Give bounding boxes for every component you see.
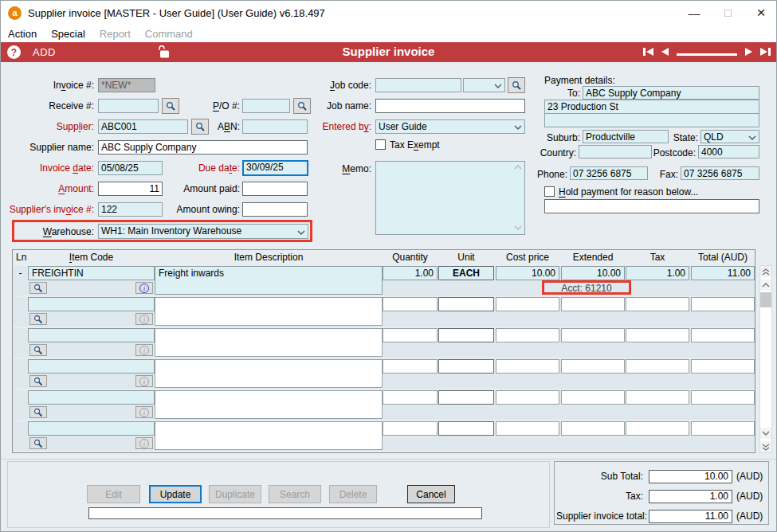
- ext-cell[interactable]: [561, 421, 625, 436]
- ext-cell[interactable]: [561, 328, 625, 342]
- tax-cell[interactable]: [626, 359, 689, 374]
- qty-cell[interactable]: [383, 421, 438, 436]
- item-search-button[interactable]: [29, 344, 47, 356]
- receive-no-field[interactable]: [98, 99, 159, 113]
- menu-special[interactable]: Special: [51, 28, 85, 40]
- cost-cell[interactable]: [496, 359, 559, 374]
- total-cell[interactable]: [691, 421, 755, 436]
- ext-cell[interactable]: [561, 390, 625, 405]
- item-description-cell[interactable]: [155, 297, 383, 326]
- last-record-icon[interactable]: [759, 47, 771, 57]
- unit-cell[interactable]: [438, 359, 494, 374]
- qty-cell[interactable]: [383, 297, 438, 311]
- item-info-button[interactable]: i: [135, 282, 153, 294]
- qty-cell[interactable]: 1.00: [383, 266, 438, 280]
- pay-address1-field[interactable]: 23 Production St: [544, 100, 759, 114]
- item-code-cell[interactable]: FREIGHTIN: [28, 266, 155, 280]
- cost-cell[interactable]: [496, 297, 559, 311]
- receive-no-search-button[interactable]: [162, 98, 179, 114]
- hold-reason-field[interactable]: [544, 199, 759, 213]
- item-description-cell[interactable]: [155, 421, 383, 450]
- menu-action[interactable]: Action: [8, 28, 37, 40]
- item-code-cell[interactable]: [28, 328, 155, 342]
- item-search-button[interactable]: [29, 437, 47, 449]
- cost-cell[interactable]: [496, 328, 559, 342]
- total-cell[interactable]: [691, 328, 755, 342]
- phone-field[interactable]: 07 3256 6875: [570, 166, 648, 180]
- cost-cell[interactable]: 10.00: [496, 266, 559, 280]
- ext-cell[interactable]: [561, 359, 625, 374]
- item-search-button[interactable]: [29, 313, 47, 325]
- record-slider[interactable]: [677, 53, 737, 56]
- minimize-button[interactable]: —: [681, 1, 708, 25]
- tax-cell[interactable]: [626, 390, 689, 405]
- item-search-button[interactable]: [29, 282, 47, 294]
- hold-payment-checkbox[interactable]: [544, 186, 555, 197]
- scrollbar-thumb[interactable]: [760, 292, 771, 307]
- ext-cell[interactable]: 10.00: [561, 266, 625, 280]
- state-select[interactable]: QLD: [700, 130, 759, 143]
- status-input[interactable]: [88, 507, 482, 519]
- first-record-icon[interactable]: [642, 47, 654, 57]
- suburb-field[interactable]: Productville: [583, 130, 669, 143]
- amount-field[interactable]: 11: [98, 182, 163, 196]
- scroll-double-down-icon[interactable]: [760, 441, 771, 452]
- item-search-button[interactable]: [29, 375, 47, 387]
- supplier-name-field[interactable]: ABC Supply Company: [98, 140, 308, 155]
- update-button[interactable]: Update: [149, 485, 202, 503]
- next-record-icon[interactable]: [744, 47, 752, 57]
- pay-address2-field[interactable]: [544, 113, 759, 127]
- amount-owing-field[interactable]: [242, 202, 308, 217]
- unit-cell[interactable]: EACH: [438, 266, 494, 280]
- item-code-cell[interactable]: [28, 297, 155, 311]
- cost-cell[interactable]: [496, 390, 559, 405]
- tax-cell[interactable]: [626, 328, 689, 342]
- fax-field[interactable]: 07 3256 6875: [681, 166, 759, 180]
- scroll-double-up-icon[interactable]: [760, 266, 771, 277]
- item-description-cell[interactable]: Freight inwards: [155, 266, 383, 295]
- cancel-button[interactable]: Cancel: [407, 485, 455, 503]
- item-description-cell[interactable]: [155, 390, 383, 419]
- prev-record-icon[interactable]: [661, 47, 669, 57]
- tax-cell[interactable]: 1.00: [626, 266, 689, 280]
- item-info-button[interactable]: i: [135, 375, 153, 387]
- cost-cell[interactable]: [496, 421, 559, 436]
- entered-by-select[interactable]: User Guide: [375, 119, 525, 134]
- item-search-button[interactable]: [29, 406, 47, 418]
- unit-cell[interactable]: [438, 297, 494, 311]
- item-info-button[interactable]: i: [135, 344, 153, 356]
- tax-exempt-checkbox[interactable]: [375, 139, 386, 150]
- scroll-down-icon[interactable]: [760, 428, 771, 439]
- po-no-field[interactable]: [242, 99, 290, 113]
- memo-scroll-up-icon[interactable]: [514, 165, 522, 170]
- item-info-button[interactable]: i: [135, 406, 153, 418]
- close-button[interactable]: ×: [748, 1, 775, 25]
- suppliers-invoice-no-field[interactable]: 122: [98, 202, 163, 217]
- due-date-field[interactable]: 30/09/25: [242, 160, 308, 176]
- item-description-cell[interactable]: [155, 359, 383, 388]
- item-code-cell[interactable]: [28, 421, 155, 436]
- qty-cell[interactable]: [383, 359, 438, 374]
- item-info-button[interactable]: i: [135, 437, 153, 449]
- qty-cell[interactable]: [383, 328, 438, 342]
- tax-cell[interactable]: [626, 421, 689, 436]
- item-info-button[interactable]: i: [135, 313, 153, 325]
- total-cell[interactable]: [691, 359, 755, 374]
- job-code-search-button[interactable]: [508, 77, 525, 93]
- invoice-date-field[interactable]: 05/08/25: [98, 161, 163, 175]
- job-name-field[interactable]: [375, 99, 525, 113]
- unit-cell[interactable]: [438, 328, 494, 342]
- po-search-button[interactable]: [293, 98, 311, 114]
- country-field[interactable]: [579, 145, 652, 158]
- total-cell[interactable]: [691, 297, 755, 311]
- abn-field[interactable]: [242, 119, 308, 134]
- item-code-cell[interactable]: [28, 359, 155, 374]
- postcode-field[interactable]: 4000: [698, 145, 759, 158]
- unit-cell[interactable]: [438, 421, 494, 436]
- tax-cell[interactable]: [626, 297, 689, 311]
- total-cell[interactable]: 11.00: [691, 266, 755, 280]
- job-code-combo[interactable]: [463, 78, 505, 92]
- scroll-up-icon[interactable]: [760, 280, 771, 291]
- job-code-field[interactable]: [375, 78, 461, 92]
- unit-cell[interactable]: [438, 390, 494, 405]
